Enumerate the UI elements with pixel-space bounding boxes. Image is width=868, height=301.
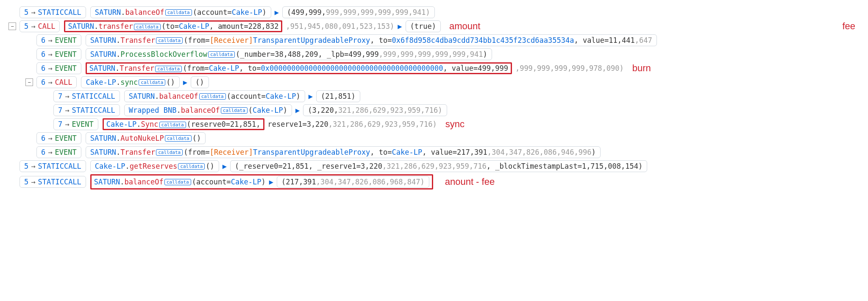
depth-type-pill[interactable]: 5→CALL bbox=[19, 20, 60, 32]
collapse-toggle[interactable]: − bbox=[25, 78, 33, 86]
calldata-tag[interactable]: calldata bbox=[155, 66, 182, 72]
call-body[interactable]: Wrapped BNB.balanceOfcalldata(Cake-LP) bbox=[124, 104, 292, 116]
depth-type-pill[interactable]: 6→CALL bbox=[36, 76, 77, 88]
expand-icon[interactable]: ▶ bbox=[309, 92, 313, 100]
calldata-tag[interactable]: calldata bbox=[156, 37, 183, 44]
highlight-box: SATURN.Transfercalldata(from=Cake-LP, to… bbox=[86, 62, 512, 74]
trace-row: 6→EVENTSATURN.ProcessBlockOverflowcallda… bbox=[8, 48, 860, 60]
call-body[interactable]: SATURN.balanceOfcalldata(account=Cake-LP… bbox=[124, 90, 305, 102]
annotation: burn bbox=[632, 63, 651, 74]
annotation: sync bbox=[445, 119, 465, 130]
trace-container: 5→STATICCALLSATURN.balanceOfcalldata(acc… bbox=[8, 6, 860, 190]
calldata-tag[interactable]: calldata bbox=[199, 93, 226, 100]
expand-icon[interactable]: ▶ bbox=[183, 78, 187, 86]
highlight-box: SATURN.balanceOfcalldata(account=Cake-LP… bbox=[90, 174, 433, 190]
collapse-toggle[interactable]: − bbox=[8, 22, 16, 30]
expand-icon[interactable]: ▶ bbox=[275, 8, 279, 17]
annotation: fee bbox=[842, 21, 855, 32]
trace-row: 6→EVENTSATURN.Transfercalldata(from=[Rec… bbox=[8, 34, 860, 46]
calldata-tag[interactable]: calldata bbox=[134, 24, 161, 30]
call-body[interactable]: SATURN.AutoNukeLPcalldata() bbox=[86, 132, 206, 144]
highlight-box: SATURN.transfercalldata(to=Cake-LP, amou… bbox=[64, 20, 282, 32]
call-body[interactable]: Cake-LP.getReservescalldata() bbox=[90, 160, 219, 172]
trace-row: 7→STATICCALLSATURN.balanceOfcalldata(acc… bbox=[8, 90, 860, 102]
depth-type-pill[interactable]: 6→EVENT bbox=[36, 48, 81, 60]
annotation: anount - fee bbox=[445, 176, 495, 187]
calldata-tag[interactable]: calldata bbox=[159, 122, 186, 128]
calldata-tag[interactable]: calldata bbox=[156, 149, 183, 156]
annotation: amount bbox=[449, 21, 480, 32]
calldata-tag[interactable]: calldata bbox=[139, 79, 165, 86]
depth-type-pill[interactable]: 6→EVENT bbox=[36, 146, 81, 158]
trace-row: −5→CALLSATURN.transfercalldata(to=Cake-L… bbox=[8, 20, 860, 32]
depth-type-pill[interactable]: 5→STATICCALL bbox=[19, 176, 86, 188]
depth-type-pill[interactable]: 7→STATICCALL bbox=[53, 104, 120, 116]
return-value: (true) bbox=[406, 20, 441, 32]
depth-type-pill[interactable]: 6→EVENT bbox=[36, 62, 81, 74]
call-body[interactable]: SATURN.Transfercalldata(from=[Receiver]T… bbox=[86, 146, 601, 158]
return-value: () bbox=[191, 76, 209, 88]
calldata-tag[interactable]: calldata bbox=[165, 135, 192, 142]
calldata-tag[interactable]: calldata bbox=[208, 51, 235, 58]
expand-icon[interactable]: ▶ bbox=[295, 106, 300, 114]
trace-row: 5→STATICCALLSATURN.balanceOfcalldata(acc… bbox=[8, 174, 860, 190]
expand-icon[interactable]: ▶ bbox=[398, 22, 402, 31]
call-body[interactable]: SATURN.ProcessBlockOverflowcalldata(_num… bbox=[86, 48, 492, 60]
depth-type-pill[interactable]: 5→STATICCALL bbox=[19, 6, 86, 18]
trace-row: 7→EVENTCake-LP.Synccalldata(reserve0=21,… bbox=[8, 118, 860, 130]
depth-type-pill[interactable]: 5→STATICCALL bbox=[19, 160, 86, 172]
call-body[interactable]: SATURN.balanceOfcalldata(account=Cake-LP… bbox=[90, 6, 271, 18]
trace-row: 5→STATICCALLSATURN.balanceOfcalldata(acc… bbox=[8, 6, 860, 18]
trace-row: 5→STATICCALLCake-LP.getReservescalldata(… bbox=[8, 160, 860, 172]
call-body[interactable]: Cake-LP.synccalldata() bbox=[81, 76, 179, 88]
call-body[interactable]: SATURN.Transfercalldata(from=[Receiver]T… bbox=[86, 34, 657, 46]
calldata-tag[interactable]: calldata bbox=[165, 9, 192, 16]
expand-icon[interactable]: ▶ bbox=[269, 178, 273, 186]
return-value: (217,391,304,347,826,086,968,847) bbox=[277, 176, 429, 188]
expand-icon[interactable]: ▶ bbox=[223, 162, 227, 170]
trace-row: 6→EVENTSATURN.Transfercalldata(from=[Rec… bbox=[8, 146, 860, 158]
depth-type-pill[interactable]: 6→EVENT bbox=[36, 34, 81, 46]
calldata-tag[interactable]: calldata bbox=[221, 107, 248, 114]
trace-row: 6→EVENTSATURN.Transfercalldata(from=Cake… bbox=[8, 62, 860, 74]
trace-row: 6→EVENTSATURN.AutoNukeLPcalldata() bbox=[8, 132, 860, 144]
depth-type-pill[interactable]: 7→STATICCALL bbox=[53, 90, 120, 102]
trace-row: 7→STATICCALLWrapped BNB.balanceOfcalldat… bbox=[8, 104, 860, 116]
highlight-box: Cake-LP.Synccalldata(reserve0=21,851, bbox=[103, 118, 264, 130]
depth-type-pill[interactable]: 7→EVENT bbox=[53, 118, 98, 130]
depth-type-pill[interactable]: 6→EVENT bbox=[36, 132, 81, 144]
return-value: (_reserve0=21,851, _reserve1=3,220,321,2… bbox=[230, 160, 647, 172]
trace-row: −6→CALLCake-LP.synccalldata()▶() bbox=[8, 76, 860, 88]
return-value: (3,220,321,286,629,923,959,716) bbox=[303, 104, 447, 116]
calldata-tag[interactable]: calldata bbox=[178, 163, 205, 170]
calldata-tag[interactable]: calldata bbox=[164, 179, 191, 185]
return-value: (499,999,999,999,999,999,999,941) bbox=[282, 6, 435, 18]
return-value: (21,851) bbox=[316, 90, 360, 102]
call-body[interactable]: SATURN.balanceOfcalldata(account=Cake-LP… bbox=[94, 178, 266, 186]
